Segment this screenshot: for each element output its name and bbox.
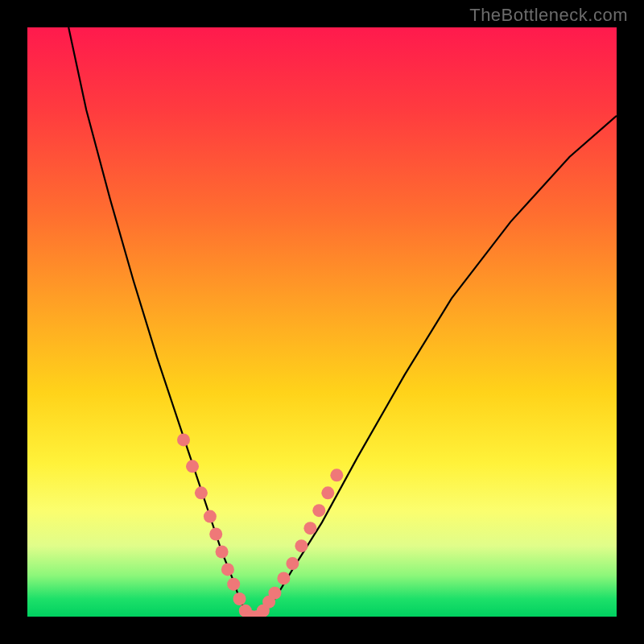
marker-dot [321,486,334,499]
marker-dot [286,557,299,570]
marker-dot [221,563,234,576]
marker-dot [209,528,222,541]
marker-dot [233,592,246,605]
marker-dot [186,460,199,473]
marker-dot [295,539,308,552]
marker-dot [177,433,190,446]
chart-frame: TheBottleneck.com [0,0,644,644]
marker-dot [204,510,217,523]
watermark-text: TheBottleneck.com [469,5,628,26]
marker-points [177,433,343,617]
marker-dot [330,469,343,481]
marker-dot [216,546,229,559]
plot-area [27,27,617,617]
bottleneck-curve [68,27,617,617]
marker-dot [268,587,281,600]
marker-dot [312,504,325,517]
marker-dot [303,522,316,535]
marker-dot [277,572,290,584]
curve-svg [27,27,617,617]
marker-dot [227,578,240,591]
marker-dot [195,486,208,499]
